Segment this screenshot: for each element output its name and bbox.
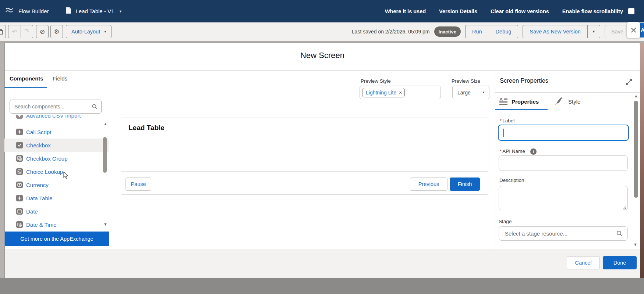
component-row-data-table[interactable]: Data Table: [4, 191, 109, 205]
cancel-button[interactable]: Cancel: [567, 256, 600, 269]
text-cursor: [503, 129, 504, 137]
save-as-new-version-button[interactable]: Save As New Version: [523, 25, 587, 38]
list-scroll-up-icon[interactable]: ▲: [103, 122, 107, 126]
pause-button[interactable]: Pause: [125, 178, 151, 191]
backdrop-bottom: [0, 278, 644, 294]
component-row-currency[interactable]: Currency: [4, 178, 109, 191]
search-icon: [616, 230, 623, 237]
lightning-icon: [16, 115, 23, 119]
stage-field-label: Stage: [499, 219, 512, 224]
component-label: Date: [26, 208, 38, 215]
panel-scroll-up-icon[interactable]: ▲: [634, 94, 638, 98]
gear-icon: ⚙: [54, 28, 59, 36]
screen-preview-card: Lead Table Pause Previous Finish: [121, 118, 488, 195]
backdrop-right-strip: [640, 43, 644, 278]
api-name-input[interactable]: [499, 155, 628, 171]
copy-elements-button[interactable]: [0, 25, 6, 38]
component-row-date-time[interactable]: Date & Time: [4, 218, 109, 231]
component-row-checkbox-group[interactable]: Checkbox Group: [4, 152, 109, 165]
done-button[interactable]: Done: [603, 256, 637, 269]
checkbox-group-icon: [16, 155, 23, 162]
ban-icon: ⊘: [40, 28, 45, 36]
component-row-call-script[interactable]: Call Script: [4, 125, 109, 139]
panel-scrollbar-thumb[interactable]: [634, 101, 638, 198]
copy-icon: [0, 29, 3, 35]
nav-link-clear-versions[interactable]: Clear old flow versions: [491, 8, 549, 14]
left-panel-divider: [109, 71, 109, 249]
disable-flow-button[interactable]: ⊘: [36, 25, 49, 38]
preview-size-select[interactable]: Large ▼: [452, 86, 489, 99]
undo-redo-group: ↶ ↷: [8, 25, 33, 38]
choice-lookup-icon: [16, 168, 23, 175]
style-chip-label: Lightning Lite: [366, 90, 396, 96]
tab-style[interactable]: Style: [568, 98, 580, 105]
list-scrollbar-thumb[interactable]: [103, 137, 107, 173]
preview-screen-title: Lead Table: [128, 124, 164, 132]
preview-footer: Pause Previous Finish: [121, 171, 488, 195]
layout-mode-select[interactable]: Auto-Layout ▼: [66, 25, 112, 38]
modal-footer: [5, 249, 640, 278]
nav-link-version-details[interactable]: Version Details: [439, 8, 477, 14]
component-search-box[interactable]: [10, 100, 102, 114]
layout-mode-value: Auto-Layout: [71, 29, 100, 35]
component-label: Checkbox: [26, 142, 51, 148]
preview-header: Lead Table: [121, 118, 488, 138]
finish-button[interactable]: Finish: [450, 178, 480, 191]
component-row-date[interactable]: Date: [4, 205, 109, 218]
save-options-caret-icon[interactable]: ▼: [587, 25, 600, 38]
right-panel-divider: [495, 71, 495, 249]
component-row-checkbox[interactable]: Checkbox: [4, 139, 109, 152]
description-textarea[interactable]: [499, 186, 628, 210]
status-badge: Inactive: [434, 26, 461, 37]
lightning-icon: [16, 195, 23, 201]
component-label: Choice Lookup: [26, 169, 63, 175]
mouse-cursor: [63, 172, 69, 181]
component-row-clipped[interactable]: Advanced CSV Import: [4, 115, 109, 124]
component-label: Date & Time: [26, 222, 57, 228]
style-chip: Lightning Lite ×: [362, 88, 405, 97]
tabs-divider: [495, 110, 640, 110]
tabs-divider: [5, 88, 109, 88]
api-name-field-label: *API Name: [500, 148, 525, 154]
calendar-clock-icon: [16, 221, 23, 228]
preview-style-combobox[interactable]: Lightning Lite ×: [360, 86, 441, 99]
appexchange-banner[interactable]: Get more on the AppExchange: [5, 232, 109, 246]
label-input[interactable]: [498, 125, 629, 141]
panel-header-divider: [495, 92, 640, 93]
expand-panel-icon[interactable]: [626, 79, 632, 87]
activate-button-fragment[interactable]: Activate: [640, 23, 644, 37]
search-input[interactable]: [14, 104, 92, 110]
stage-search-input[interactable]: Select a stage resource...: [499, 226, 628, 241]
flow-name[interactable]: Lead Table - V1: [76, 8, 114, 14]
panel-scroll-down-icon[interactable]: ▼: [633, 242, 637, 247]
chip-remove-icon[interactable]: ×: [399, 90, 402, 96]
nav-link-where-used[interactable]: Where it is used: [385, 8, 426, 14]
modal-close-button[interactable]: ×: [627, 22, 640, 38]
flow-name-caret-icon[interactable]: ▼: [119, 10, 122, 13]
resize-handle-icon[interactable]: [622, 205, 626, 211]
tab-components[interactable]: Components: [10, 75, 43, 82]
redo-icon[interactable]: ↷: [21, 25, 33, 38]
run-button[interactable]: Run: [466, 25, 489, 38]
info-icon[interactable]: i: [530, 148, 537, 155]
scrollability-checkbox[interactable]: [628, 8, 634, 14]
nav-link-enable-scrollability[interactable]: Enable flow scrollability: [562, 8, 623, 14]
undo-icon[interactable]: ↶: [8, 28, 21, 35]
currency-icon: [16, 182, 23, 188]
save-as-new-version-group: Save As New Version ▼: [523, 25, 600, 38]
top-nav: Flow Builder Lead Table - V1 ▼ Where it …: [0, 0, 644, 22]
debug-button[interactable]: Debug: [489, 25, 518, 38]
previous-button[interactable]: Previous: [410, 178, 447, 191]
tab-fields[interactable]: Fields: [53, 75, 67, 82]
component-label: Advanced CSV Import: [26, 115, 81, 119]
run-debug-group: Run Debug: [465, 25, 518, 38]
properties-panel-title: Screen Properties: [500, 77, 548, 84]
flow-settings-button[interactable]: ⚙: [50, 25, 63, 38]
required-asterisk: *: [500, 148, 502, 154]
component-row-choice-lookup[interactable]: Choice Lookup: [4, 165, 109, 178]
preview-style-label: Preview Style: [361, 78, 391, 84]
list-scroll-down-icon[interactable]: ▼: [103, 222, 107, 226]
flow-builder-logo-icon: [5, 7, 15, 16]
component-label: Call Script: [26, 129, 51, 135]
tab-properties[interactable]: Properties: [512, 98, 539, 105]
